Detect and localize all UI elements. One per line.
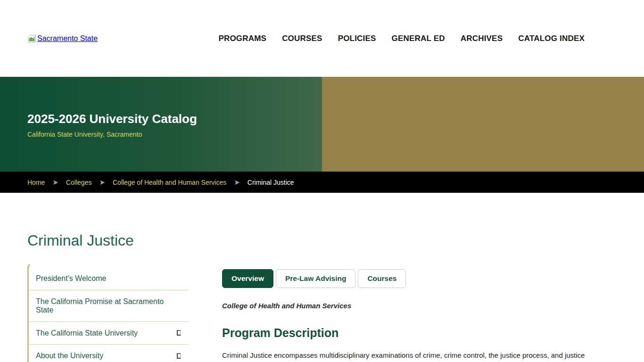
hero-title: 2025-2026 University Catalog — [27, 112, 617, 126]
nav-catalog-index[interactable]: CATALOG INDEX — [518, 34, 585, 43]
nav-programs[interactable]: PROGRAMS — [218, 34, 266, 43]
breadcrumb-separator-icon: ➤ — [99, 179, 105, 186]
sidebar-item-about-the-university[interactable]: About the University — [29, 345, 189, 362]
section-title: Program Description — [222, 326, 617, 340]
breadcrumb-home[interactable]: Home — [27, 179, 45, 186]
tab-pre-law-advising[interactable]: Pre-Law Advising — [276, 269, 355, 288]
page: Sacramento State PROGRAMS COURSES POLICI… — [0, 0, 644, 362]
nav-courses[interactable]: COURSES — [282, 34, 322, 43]
sidebar-item-california-promise[interactable]: The California Promise at Sacramento Sta… — [29, 290, 189, 322]
breadcrumb-current: Criminal Justice — [248, 179, 294, 186]
content-columns: President's Welcome The California Promi… — [27, 262, 617, 362]
tab-courses[interactable]: Courses — [358, 269, 406, 288]
sidebar-item-label: About the University — [36, 352, 103, 360]
breadcrumb-college-hhs[interactable]: College of Health and Human Services — [113, 179, 226, 186]
breadcrumb-separator-icon: ➤ — [234, 179, 240, 186]
breadcrumb-separator-icon: ➤ — [52, 179, 58, 186]
broken-image-icon — [27, 34, 36, 43]
main-content: Criminal Justice President's Welcome The… — [27, 232, 617, 362]
hero-banner: 2025-2026 University Catalog California … — [0, 77, 644, 172]
program-content: Overview Pre-Law Advising Courses Colleg… — [222, 262, 617, 362]
tab-overview[interactable]: Overview — [222, 269, 273, 288]
site-header: Sacramento State PROGRAMS COURSES POLICI… — [0, 0, 644, 77]
tab-bar: Overview Pre-Law Advising Courses — [222, 269, 617, 288]
logo-link[interactable]: Sacramento State — [27, 34, 98, 43]
hero-subtitle: California State University, Sacramento — [27, 131, 617, 138]
nav-general-ed[interactable]: GENERAL ED — [392, 34, 445, 43]
logo-text: Sacramento State — [37, 34, 98, 43]
sidebar-item-california-state-university[interactable]: The California State University — [29, 322, 189, 345]
sidebar-item-label: The California Promise at Sacramento Sta… — [36, 297, 181, 314]
breadcrumb-items: Home ➤ Colleges ➤ College of Health and … — [27, 179, 617, 186]
program-description-text: Criminal Justice encompasses multidiscip… — [222, 350, 617, 361]
sidebar: President's Welcome The California Promi… — [27, 262, 189, 362]
sidebar-item-presidents-welcome[interactable]: President's Welcome — [29, 267, 189, 290]
breadcrumb-colleges[interactable]: Colleges — [66, 179, 91, 186]
main-nav: PROGRAMS COURSES POLICIES GENERAL ED ARC… — [203, 34, 617, 43]
college-name: College of Health and Human Services — [222, 302, 617, 310]
page-title: Criminal Justice — [27, 232, 617, 249]
sidebar-item-label: The California State University — [36, 329, 138, 337]
nav-archives[interactable]: ARCHIVES — [461, 34, 503, 43]
header-inner: Sacramento State PROGRAMS COURSES POLICI… — [27, 34, 617, 43]
expand-box-icon[interactable] — [177, 353, 181, 359]
breadcrumb: Home ➤ Colleges ➤ College of Health and … — [0, 172, 644, 193]
sidebar-item-label: President's Welcome — [36, 274, 106, 283]
expand-box-icon[interactable] — [177, 330, 181, 336]
hero-inner: 2025-2026 University Catalog California … — [27, 77, 617, 138]
nav-policies[interactable]: POLICIES — [338, 34, 376, 43]
